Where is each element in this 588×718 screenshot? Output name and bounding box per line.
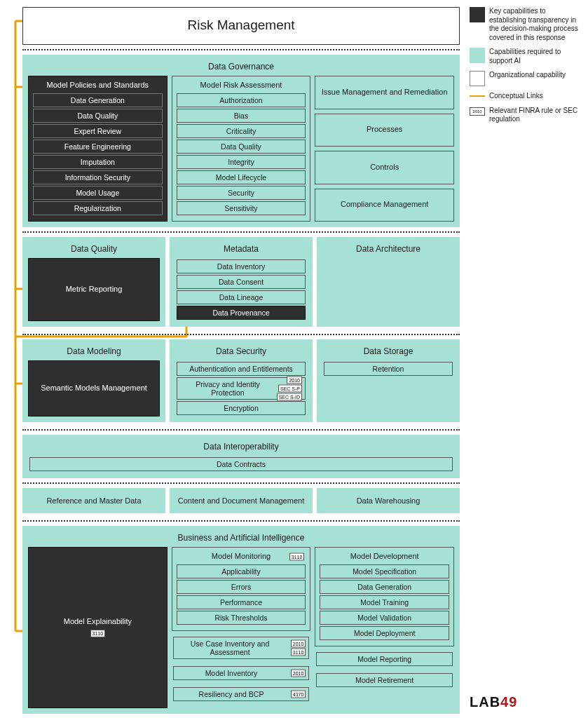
section-title: Data Storage (322, 345, 454, 360)
page-title: Risk Management (187, 18, 294, 32)
section-data-governance: Data Governance Model Policies and Stand… (22, 55, 460, 227)
meta-item: Data Inventory (177, 259, 306, 273)
risk-item: Model Lifecycle (177, 170, 306, 184)
box-model-risk: Model Risk Assessment Authorization Bias… (172, 76, 311, 222)
box-resiliency: Resiliency and BCP 4370 (173, 687, 310, 701)
policy-item: Expert Review (33, 124, 163, 138)
dev-item: Model Deployment (320, 626, 449, 640)
box-content-doc-mgmt: Content and Document Management (170, 488, 313, 513)
rule-tag: 2010 (287, 377, 302, 384)
section-metadata: Metadata Data Inventory Data Consent Dat… (170, 237, 313, 327)
section-title: Data Security (175, 345, 307, 360)
box-semantic-models: Semantic Models Management (28, 360, 160, 416)
section-data-storage: Data Storage Retention (317, 339, 460, 422)
monitor-item: Risk Thresholds (177, 611, 306, 625)
box-header: Metric Reporting (66, 285, 123, 293)
section-data-architecture: Data Architecture (317, 237, 460, 327)
risk-item: Criticality (177, 124, 306, 138)
storage-item: Retention (324, 362, 453, 376)
legend-swatch-white (470, 71, 485, 86)
imr-item: Processes (315, 114, 454, 147)
policy-item: Regularization (33, 201, 163, 215)
section-title: Data Governance (28, 60, 454, 76)
risk-item: Integrity (177, 155, 306, 169)
policy-item: Feature Engineering (33, 140, 163, 154)
policy-item: Imputation (33, 155, 163, 169)
rule-tag: SEC S-ID (277, 393, 302, 401)
legend-label: Relevant FINRA rule or SEC regulation (489, 107, 582, 124)
monitor-item: Performance (177, 595, 306, 609)
box-header: Model Risk Assessment (175, 79, 308, 92)
rule-tag: SEC S-P (278, 385, 302, 393)
dev-item: Model Training (320, 595, 449, 609)
box-model-explainability: Model Explainability 3110 (28, 547, 167, 708)
policy-item: Data Quality (33, 109, 163, 123)
box-data-warehousing: Data Warehousing (317, 488, 460, 513)
section-bai: Business and Artificial Intelligence Mod… (22, 526, 460, 714)
section-data-security: Data Security Authentication and Entitle… (170, 339, 313, 422)
rule-tag: 3110 (291, 649, 306, 656)
box-header: Issue Management and Remediation (322, 88, 448, 96)
box-data-provenance: Data Provenance (177, 306, 306, 320)
box-header: Model Monitoring 3110 (175, 550, 308, 563)
rule-tag: 4370 (291, 691, 306, 698)
section-title: Data Modeling (28, 345, 160, 360)
rule-tag: 3110 (90, 630, 106, 637)
box-model-retirement: Model Retirement (316, 673, 453, 687)
title-box: Risk Management (22, 7, 460, 45)
monitor-item: Applicability (177, 564, 306, 578)
meta-item: Data Lineage (177, 290, 306, 304)
section-title: Data Interoperability (28, 440, 454, 456)
interop-item: Data Contracts (29, 457, 453, 471)
imr-item: Compliance Management (315, 189, 454, 222)
divider (22, 429, 460, 431)
legend-label: Capabilities required to support AI (489, 48, 582, 65)
divider (22, 231, 460, 233)
box-metric-reporting: Metric Reporting (28, 258, 160, 321)
risk-item: Data Quality (177, 140, 306, 154)
legend-line-icon (470, 95, 485, 97)
risk-item: Security (177, 186, 306, 200)
legend-swatch-teal (470, 48, 485, 63)
legend-label: Conceptual Links (489, 92, 543, 101)
box-model-development: Model Development Model Specification Da… (315, 547, 454, 646)
divider (22, 520, 460, 522)
legend: Key capabilities to establishing transpa… (470, 7, 582, 130)
section-title: Data Quality (28, 243, 160, 258)
box-model-policies: Model Policies and Standards Data Genera… (28, 76, 167, 222)
sec-item-privacy: Privacy and Identity Protection 2010 SEC… (177, 377, 306, 400)
section-title: Business and Artificial Intelligence (28, 531, 454, 547)
rule-tag: 3110 (289, 553, 305, 561)
section-title: Data Architecture (356, 243, 421, 258)
rule-tag: 2010 (291, 670, 306, 677)
dev-item: Model Specification (320, 564, 449, 578)
box-model-monitoring: Model Monitoring 3110 Applicability Erro… (172, 547, 311, 631)
box-header: Model Explainability (64, 617, 132, 625)
divider (22, 49, 460, 50)
box-ref-master-data: Reference and Master Data (22, 488, 165, 513)
divider (22, 334, 460, 335)
policy-item: Model Usage (33, 186, 163, 200)
dev-item: Model Validation (320, 611, 449, 625)
box-model-inventory: Model Inventory 2010 (173, 666, 310, 680)
sec-item: Encryption (177, 401, 306, 415)
section-title: Metadata (175, 243, 307, 258)
imr-item: Controls (315, 151, 454, 184)
section-data-modeling: Data Modeling Semantic Models Management (22, 339, 165, 422)
monitor-item: Errors (177, 580, 306, 594)
box-imr: Issue Management and Remediation (315, 76, 454, 109)
section-interop: Data Interoperability Data Contracts (22, 435, 460, 478)
section-data-quality: Data Quality Metric Reporting (22, 237, 165, 327)
box-header: Semantic Models Management (41, 384, 147, 392)
box-model-reporting: Model Reporting (316, 652, 453, 666)
box-header: Model Policies and Standards (32, 79, 164, 92)
dev-item: Data Generation (320, 580, 449, 594)
legend-swatch-dark (470, 7, 485, 22)
rule-tag: 2010 (291, 640, 306, 648)
logo: LAB49 (470, 694, 517, 710)
box-header: Model Development (318, 550, 451, 563)
policy-item: Information Security (33, 170, 163, 184)
policy-item: Data Generation (33, 93, 163, 107)
legend-tag-icon: 2010 (470, 107, 485, 116)
box-use-case-inv: Use Case Inventory and Assessment 2010 3… (173, 637, 310, 659)
